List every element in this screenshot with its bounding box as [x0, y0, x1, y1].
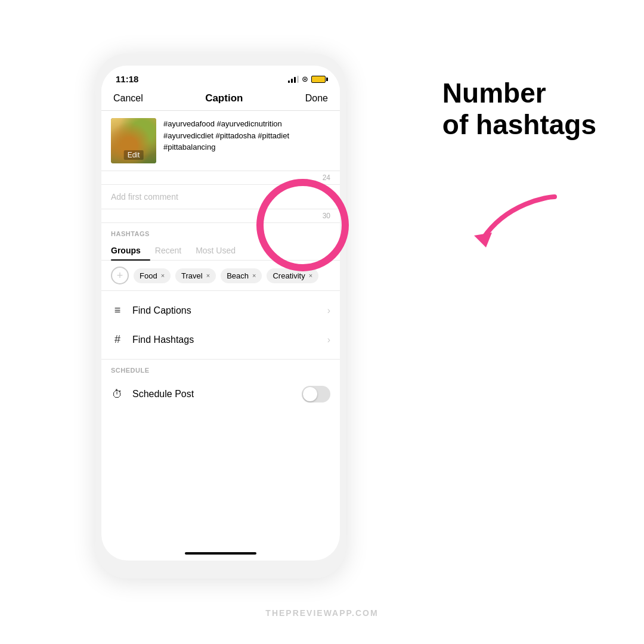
clock-icon: ⏱ [111, 388, 124, 401]
first-comment-input[interactable]: Add first comment [101, 185, 340, 209]
captions-icon: ≡ [111, 304, 124, 317]
phone-mockup: 11:18 ⊛ Cancel Caption Done [95, 54, 346, 578]
post-image[interactable]: Edit [111, 118, 156, 163]
tab-most-used[interactable]: Most Used [196, 241, 245, 260]
group-chip-food[interactable]: Food × [134, 268, 171, 283]
annotation-title: Number of hashtags [442, 78, 596, 141]
annotation-line2: of hashtags [442, 109, 596, 140]
wifi-icon: ⊛ [302, 75, 308, 83]
nav-title: Caption [205, 92, 243, 104]
status-bar: 11:18 ⊛ [101, 66, 340, 89]
group-chip-creativity[interactable]: Creativity × [267, 268, 318, 283]
group-chip-travel[interactable]: Travel × [175, 268, 216, 283]
group-chip-creativity-close[interactable]: × [309, 272, 312, 279]
schedule-toggle[interactable] [302, 386, 330, 402]
find-captions-label: Find Captions [132, 305, 319, 316]
edit-label[interactable]: Edit [124, 150, 144, 160]
schedule-section: SCHEDULE ⏱ Schedule Post [101, 360, 340, 411]
status-icons: ⊛ [288, 75, 326, 83]
home-indicator [185, 552, 256, 555]
annotation-line1: Number [442, 78, 546, 109]
footer-text: THEPREVIEWAPP.COM [0, 608, 644, 618]
hashtags-chevron-icon: › [327, 335, 330, 345]
find-hashtags-item[interactable]: # Find Hashtags › [101, 325, 340, 354]
arrow-annotation [459, 185, 566, 256]
groups-row: + Food × Travel × Beach × Creativity × [101, 261, 340, 291]
signal-icon [288, 76, 299, 83]
add-group-button[interactable]: + [111, 267, 129, 284]
find-captions-item[interactable]: ≡ Find Captions › [101, 296, 340, 325]
cancel-button[interactable]: Cancel [113, 93, 143, 104]
comment-char-count: 30 [101, 209, 340, 223]
done-button[interactable]: Done [305, 93, 328, 104]
svg-marker-0 [474, 233, 492, 247]
menu-section: ≡ Find Captions › # Find Hashtags › [101, 291, 340, 360]
group-chip-beach-close[interactable]: × [252, 272, 256, 279]
group-chip-food-label: Food [140, 271, 157, 280]
phone-screen: 11:18 ⊛ Cancel Caption Done [101, 66, 340, 561]
status-time: 11:18 [116, 74, 138, 84]
group-chip-food-close[interactable]: × [161, 272, 165, 279]
hashtag-icon: # [111, 333, 124, 346]
tab-recent[interactable]: Recent [155, 241, 191, 260]
caption-char-count: 24 [101, 171, 340, 185]
nav-bar: Cancel Caption Done [101, 89, 340, 111]
group-chip-beach-label: Beach [227, 271, 249, 280]
phone-body: 11:18 ⊛ Cancel Caption Done [95, 54, 346, 578]
caption-text[interactable]: #ayurvedafood #ayurvedicnutrition #ayurv… [163, 118, 330, 163]
hashtag-tabs: Groups Recent Most Used [101, 241, 340, 261]
caption-area: Edit #ayurvedafood #ayurvedicnutrition #… [101, 111, 340, 171]
schedule-section-label: SCHEDULE [101, 360, 340, 377]
annotation-area: Number of hashtags [442, 78, 596, 141]
group-chip-travel-close[interactable]: × [206, 272, 210, 279]
schedule-post-item: ⏱ Schedule Post [101, 377, 340, 411]
group-chip-beach[interactable]: Beach × [221, 268, 262, 283]
group-chip-travel-label: Travel [181, 271, 203, 280]
hashtags-section-label: HASHTAGS [101, 223, 340, 241]
tab-groups[interactable]: Groups [111, 241, 150, 260]
group-chip-creativity-label: Creativity [273, 271, 305, 280]
toggle-knob [303, 387, 317, 401]
schedule-post-label: Schedule Post [132, 389, 293, 400]
captions-chevron-icon: › [327, 305, 330, 316]
find-hashtags-label: Find Hashtags [132, 335, 319, 345]
battery-icon [311, 76, 326, 83]
